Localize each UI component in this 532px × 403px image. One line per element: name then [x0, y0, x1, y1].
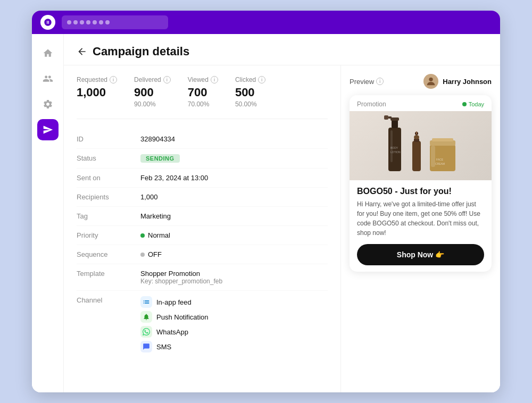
sequence-dot-icon	[140, 253, 145, 257]
svg-rect-13	[416, 131, 417, 135]
content-area: Campaign details Requested i 1,000	[64, 34, 500, 392]
channel-list: In-app feed Push Notification	[140, 296, 209, 352]
url-bar	[62, 15, 168, 29]
sidebar-item-campaigns[interactable]	[37, 119, 59, 140]
back-button[interactable]	[77, 46, 87, 57]
push-notification-icon	[140, 311, 152, 323]
svg-rect-15	[431, 146, 435, 167]
detail-value-sequence: OFF	[140, 250, 162, 258]
shop-now-button[interactable]: Shop Now 👉	[357, 244, 484, 265]
delivered-info-icon[interactable]: i	[163, 76, 171, 83]
detail-label-channel: Channel	[77, 296, 140, 304]
detail-row-status: Status SENDING	[77, 149, 328, 169]
stat-clicked: Clicked i 500 50.00%	[235, 76, 265, 108]
channel-sms: SMS	[140, 341, 209, 352]
preview-info-icon[interactable]: i	[376, 78, 384, 85]
page-title: Campaign details	[93, 45, 189, 58]
status-badge: SENDING	[140, 154, 180, 163]
svg-rect-4	[390, 117, 399, 121]
page-header: Campaign details	[64, 34, 500, 65]
left-panel: Requested i 1,000 Delivered i 900 90.00	[64, 65, 340, 392]
user-name: Harry Johnson	[443, 78, 492, 86]
svg-rect-5	[384, 115, 388, 120]
detail-label-id: ID	[77, 135, 140, 143]
message-title: BOGO50 - Just for you!	[357, 187, 484, 196]
detail-row-id: ID 328904334	[77, 130, 328, 149]
detail-value-channel: In-app feed Push Notification	[140, 296, 209, 352]
channel-whatsapp: WhatsApp	[140, 326, 209, 338]
sidebar-item-home[interactable]	[37, 43, 59, 64]
stat-clicked-sub: 50.00%	[235, 100, 265, 108]
message-body: BOGO50 - Just for you! Hi Harry, we've g…	[350, 180, 492, 272]
detail-row-template: Template Shopper Promotion Key: shopper_…	[77, 264, 328, 291]
bottle-jar-icon: FACE CREAM	[428, 133, 458, 173]
detail-row-recipients: Recipients 1,000	[77, 188, 328, 207]
svg-point-0	[429, 78, 433, 81]
product-image: BODY LOTION	[350, 111, 492, 180]
bottle-dropper-icon	[410, 130, 423, 173]
channel-push: Push Notification	[140, 311, 209, 323]
stat-viewed-sub: 70.00%	[188, 100, 218, 108]
stat-delivered-sub: 90.00%	[134, 100, 171, 108]
detail-value-priority: Normal	[140, 231, 170, 239]
stat-viewed: Viewed i 700 70.00%	[188, 76, 218, 108]
bottle-pump-icon: BODY LOTION	[384, 114, 405, 173]
detail-value-sent-on: Feb 23, 2024 at 13:00	[140, 174, 208, 182]
svg-text:CREAM: CREAM	[435, 162, 445, 165]
right-panel: Preview i Harry Johnson	[340, 65, 500, 392]
stat-delivered-value: 900	[134, 86, 171, 99]
message-card-header: Promotion Today	[350, 95, 492, 111]
clicked-info-icon[interactable]: i	[258, 76, 265, 83]
channel-inapp: In-app feed	[140, 296, 209, 308]
detail-value-status: SENDING	[140, 154, 180, 163]
preview-label: Preview i	[350, 78, 384, 86]
stat-delivered: Delivered i 900 90.00%	[134, 76, 171, 108]
detail-value-recipients: 1,000	[140, 193, 158, 201]
detail-value-id: 328904334	[140, 135, 175, 143]
detail-row-sequence: Sequence OFF	[77, 245, 328, 264]
detail-row-channel: Channel In-app feed	[77, 291, 328, 358]
avatar	[423, 74, 438, 89]
svg-rect-9	[412, 141, 421, 171]
message-text: Hi Harry, we've got a limited-time offer…	[357, 199, 484, 238]
svg-rect-6	[388, 116, 392, 119]
detail-row-priority: Priority Normal	[77, 226, 328, 245]
sms-icon	[140, 341, 152, 352]
svg-rect-17	[432, 138, 453, 141]
viewed-info-icon[interactable]: i	[211, 76, 218, 83]
stat-viewed-value: 700	[188, 86, 218, 99]
sidebar-item-settings[interactable]	[37, 94, 59, 115]
sidebar-item-users[interactable]	[37, 68, 59, 89]
sidebar	[32, 34, 64, 392]
svg-rect-3	[392, 120, 398, 128]
product-bottles: BODY LOTION	[384, 114, 458, 177]
promo-label: Promotion	[357, 100, 386, 108]
detail-value-template: Shopper Promotion Key: shopper_promotion…	[140, 270, 222, 285]
detail-value-tag: Marketing	[140, 212, 171, 220]
stats-row: Requested i 1,000 Delivered i 900 90.00	[77, 76, 328, 119]
svg-text:BODY: BODY	[390, 146, 398, 149]
detail-label-template: Template	[77, 270, 140, 278]
content-body: Requested i 1,000 Delivered i 900 90.00	[64, 65, 500, 392]
stat-clicked-value: 500	[235, 86, 265, 99]
details-table: ID 328904334 Status SENDING Sent on Feb …	[77, 130, 328, 358]
svg-text:FACE: FACE	[436, 158, 444, 161]
requested-info-icon[interactable]: i	[110, 76, 117, 83]
browser-bar	[32, 11, 500, 34]
detail-label-tag: Tag	[77, 212, 140, 220]
svg-point-11	[414, 135, 419, 139]
today-dot-icon	[462, 102, 467, 106]
detail-label-status: Status	[77, 154, 140, 162]
today-badge: Today	[462, 101, 484, 107]
detail-label-recipients: Recipients	[77, 193, 140, 201]
priority-dot-icon	[140, 233, 145, 238]
template-key: Key: shopper_promotion_feb	[140, 278, 222, 285]
user-info: Harry Johnson	[423, 74, 492, 89]
svg-rect-1	[388, 128, 401, 171]
detail-label-sequence: Sequence	[77, 250, 140, 258]
detail-row-tag: Tag Marketing	[77, 207, 328, 226]
stat-requested-value: 1,000	[77, 86, 117, 99]
stat-requested: Requested i 1,000	[77, 76, 117, 108]
inapp-feed-icon	[140, 296, 152, 308]
preview-header: Preview i Harry Johnson	[350, 74, 492, 89]
